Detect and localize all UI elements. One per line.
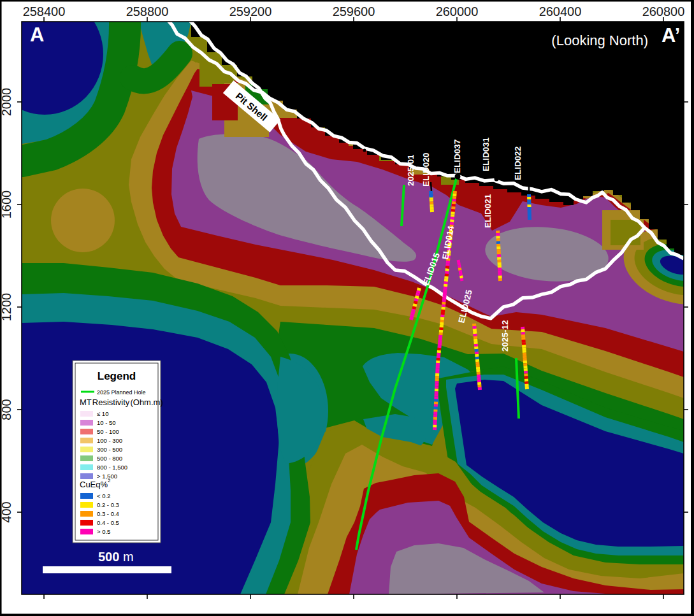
svg-text:ELID037: ELID037 <box>452 140 462 173</box>
svg-text:< 0.2: < 0.2 <box>97 492 110 499</box>
svg-text:2: 2 <box>108 478 111 483</box>
svg-text:0.4 - 0.5: 0.4 - 0.5 <box>97 519 119 526</box>
svg-text:(Looking North): (Looking North) <box>551 32 648 48</box>
svg-text:MT Resistivity (Ohm.m): MT Resistivity (Ohm.m) <box>80 398 163 407</box>
svg-text:ELID020: ELID020 <box>421 153 431 187</box>
svg-text:> 1,500: > 1,500 <box>97 473 117 480</box>
svg-text:258400: 258400 <box>23 4 66 18</box>
svg-text:500 - 800: 500 - 800 <box>97 455 122 462</box>
svg-text:800: 800 <box>0 399 13 420</box>
svg-text:50 - 100: 50 - 100 <box>97 428 119 435</box>
svg-text:500 m: 500 m <box>98 550 134 564</box>
svg-text:0.2 - 0.3: 0.2 - 0.3 <box>97 501 119 508</box>
svg-text:2025 Planned Hole: 2025 Planned Hole <box>97 389 146 396</box>
svg-text:0.3 - 0.4: 0.3 - 0.4 <box>97 510 119 517</box>
svg-text:Legend: Legend <box>98 370 136 382</box>
svg-text:A’: A’ <box>661 24 680 47</box>
svg-text:2025-01: 2025-01 <box>406 154 416 186</box>
svg-text:ELID021: ELID021 <box>483 194 493 228</box>
svg-text:300 - 500: 300 - 500 <box>97 446 122 453</box>
svg-text:1200: 1200 <box>0 293 13 322</box>
svg-text:260800: 260800 <box>642 4 685 18</box>
svg-text:CuEq%: CuEq% <box>80 480 108 489</box>
svg-text:260000: 260000 <box>436 4 479 18</box>
svg-text:259600: 259600 <box>333 4 375 18</box>
svg-text:10 - 50: 10 - 50 <box>97 419 116 426</box>
svg-text:100 - 300: 100 - 300 <box>97 437 122 444</box>
svg-text:260400: 260400 <box>539 4 582 18</box>
svg-text:A: A <box>30 24 44 46</box>
svg-text:2025-12: 2025-12 <box>500 320 510 352</box>
svg-text:2000: 2000 <box>0 88 13 117</box>
svg-text:400: 400 <box>0 501 13 522</box>
svg-text:1600: 1600 <box>0 190 13 219</box>
svg-text:259200: 259200 <box>229 4 272 18</box>
svg-text:ELID022: ELID022 <box>513 147 523 180</box>
svg-text:≤ 10: ≤ 10 <box>97 410 108 417</box>
svg-text:ELID031: ELID031 <box>481 137 491 171</box>
svg-text:800 - 1,500: 800 - 1,500 <box>97 464 127 471</box>
svg-text:258800: 258800 <box>126 4 169 18</box>
svg-text:> 0.5: > 0.5 <box>97 528 110 535</box>
